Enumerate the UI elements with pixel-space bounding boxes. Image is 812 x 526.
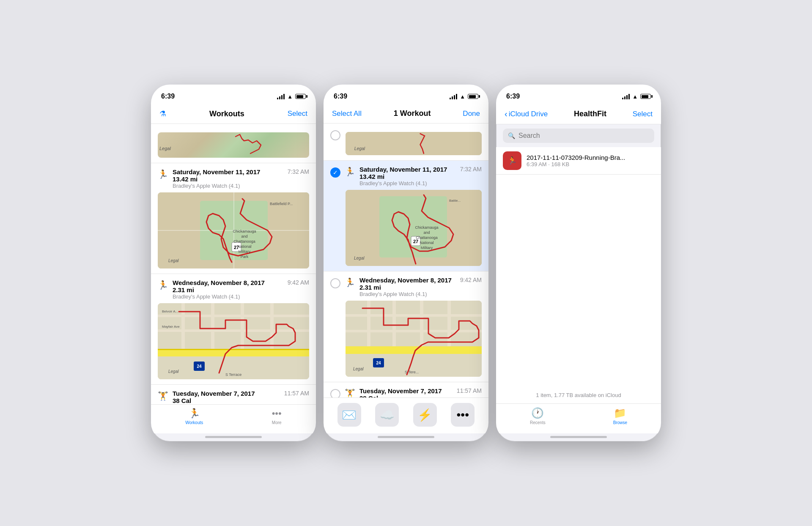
workout-item-3-2[interactable]: 🏋 Tuesday, November 7, 2017 38 Cal 11:57… <box>324 382 488 397</box>
file-meta-1: 6:39 AM · 168 KB <box>527 161 625 167</box>
done-button[interactable]: Done <box>463 110 480 118</box>
tab-browse[interactable]: 📁 Browse <box>613 407 627 425</box>
browse-tab-label: Browse <box>613 420 627 425</box>
file-info-1: 2017-11-11-073209-Running-Bra... 6:39 AM… <box>527 154 625 167</box>
status-icons-2: ▲ <box>450 93 478 100</box>
workout-info-2-2: Wednesday, November 8, 2017 2.31 mi Brad… <box>359 277 452 297</box>
workout-item-1[interactable]: 🏃 Saturday, November 11, 2017 13.42 mi B… <box>151 163 316 274</box>
svg-text:S Tere...: S Tere... <box>405 370 419 374</box>
svg-text:Belvoir A...: Belvoir A... <box>162 310 178 313</box>
workout-distance-1: 13.42 mi <box>173 175 260 183</box>
workout-item-1-selected[interactable]: ✓ 🏃 Saturday, November 11, 2017 13.42 mi… <box>324 161 488 271</box>
workout-distance-3-2: 38 Cal <box>359 394 442 397</box>
file-icon-1: 🏃 <box>503 151 521 170</box>
search-bar[interactable]: 🔍 <box>503 129 654 143</box>
selection-circle-2[interactable] <box>330 278 340 288</box>
workout-info-3: Tuesday, November 7, 2017 38 Cal <box>173 390 255 404</box>
workout-source-2-2: Bradley's Apple Watch (4.1) <box>359 291 452 297</box>
svg-text:Battlefield P...: Battlefield P... <box>270 202 293 206</box>
svg-text:Military: Military <box>421 246 433 250</box>
svg-text:Legal: Legal <box>168 369 179 374</box>
tab-workouts-1[interactable]: 🏃 Workouts <box>185 408 203 425</box>
search-input[interactable] <box>518 132 649 140</box>
selection-circle-partial[interactable] <box>330 130 340 140</box>
signal-icon-2 <box>450 94 457 99</box>
svg-text:Mayfair Ave: Mayfair Ave <box>162 325 180 329</box>
gym-icon-2: 🏋 <box>345 388 355 397</box>
workout-item-2-2[interactable]: 🏃 Wednesday, November 8, 2017 2.31 mi Br… <box>324 271 488 382</box>
workout-distance-2-2: 2.31 mi <box>359 284 452 291</box>
workout-map-2-2: 24 Legal S Tere... <box>346 301 482 377</box>
workout-item-3[interactable]: 🏋 Tuesday, November 7, 2017 38 Cal 11:57… <box>151 385 316 404</box>
battery-icon-1 <box>295 94 306 99</box>
selection-circle-3[interactable] <box>330 389 340 397</box>
svg-text:Chattanooga: Chattanooga <box>233 239 255 244</box>
chevron-left-icon: ‹ <box>505 109 508 119</box>
workout-source-1: Bradley's Apple Watch (4.1) <box>173 183 260 189</box>
svg-text:Legal: Legal <box>353 367 364 371</box>
search-icon: 🔍 <box>508 132 515 139</box>
workout-time-2-1: 7:32 AM <box>460 166 482 173</box>
workout-distance-3: 38 Cal <box>173 397 255 404</box>
recents-tab-icon: 🕐 <box>531 407 544 419</box>
more-share-icon[interactable]: ••• <box>451 403 475 427</box>
status-icons-3: ▲ <box>622 93 651 100</box>
workout-date-3-2: Tuesday, November 7, 2017 <box>359 387 442 394</box>
svg-text:Chickamauga: Chickamauga <box>233 229 256 233</box>
workout-item-partial[interactable]: Legal <box>151 124 316 163</box>
select-all-button[interactable]: Select All <box>332 110 362 118</box>
svg-text:Legal: Legal <box>354 256 365 260</box>
workout-distance-2: 2.31 mi <box>173 286 265 293</box>
back-label[interactable]: iCloud Drive <box>509 110 548 118</box>
workout-time-2-2: 9:42 AM <box>460 277 482 283</box>
icloud-share-icon[interactable]: ☁️ <box>375 403 399 427</box>
svg-text:National: National <box>237 244 251 249</box>
svg-text:Legal: Legal <box>354 146 365 151</box>
phone-3-icloud: 6:39 ▲ ‹ iCloud Drive HealthFit <box>496 85 661 441</box>
workout-source-2-1: Bradley's Apple Watch (4.1) <box>359 180 447 186</box>
tab-more-1[interactable]: ••• More <box>272 408 282 425</box>
workout-date-2-1: Saturday, November 11, 2017 <box>359 166 447 173</box>
running-icon-2-2: 🏃 <box>345 277 355 288</box>
workout-time-2: 9:42 AM <box>288 279 309 286</box>
select-button-1[interactable]: Select <box>288 110 307 118</box>
back-button[interactable]: ‹ iCloud Drive <box>505 109 548 119</box>
home-indicator-3 <box>550 436 607 438</box>
status-time-2: 6:39 <box>334 93 347 100</box>
nav-bar-1: ⚗ Workouts Select <box>151 106 316 124</box>
workout-item-partial-2[interactable]: Legal <box>324 123 488 161</box>
phone-1-workouts: 6:39 ▲ ⚗ Workouts Select <box>151 85 316 441</box>
workouts-scroll-2[interactable]: Legal ✓ 🏃 Saturday, November 11, 2017 13… <box>324 123 488 397</box>
tab-bar-1: 🏃 Workouts ••• More <box>151 404 316 433</box>
phone-2-select: 6:39 ▲ Select All 1 Workout Done <box>324 85 488 441</box>
svg-text:Legal: Legal <box>168 258 179 263</box>
partial-map-2: Legal <box>346 132 482 155</box>
mail-share-icon[interactable]: ✉️ <box>337 403 361 427</box>
filter-icon[interactable]: ⚗ <box>159 109 166 118</box>
running-icon-2-1: 🏃 <box>345 167 355 177</box>
svg-text:Park: Park <box>241 255 249 259</box>
workout-source-2: Bradley's Apple Watch (4.1) <box>173 293 265 300</box>
workouts-scroll-1[interactable]: Legal 🏃 Saturday, November 11, 2017 13.4… <box>151 124 316 404</box>
workout-date-2: Wednesday, November 8, 2017 <box>173 279 265 286</box>
running-icon-2: 🏃 <box>158 280 168 290</box>
workout-info-2-1: Saturday, November 11, 2017 13.42 mi Bra… <box>359 166 447 186</box>
signal-icon-3 <box>622 94 630 99</box>
workout-map-2: 24 Legal S Terrace Mayfair Ave Belvoir A… <box>158 303 309 379</box>
select-button-3[interactable]: Select <box>633 110 653 118</box>
tab-recents[interactable]: 🕐 Recents <box>530 407 546 425</box>
workout-time-3-2: 11:57 AM <box>457 387 482 394</box>
svg-rect-17 <box>158 349 309 350</box>
battery-icon-2 <box>468 94 478 99</box>
status-icons-1: ▲ <box>277 93 306 100</box>
strava-share-icon[interactable]: ⚡ <box>413 403 437 427</box>
svg-text:National: National <box>420 241 433 245</box>
workout-item-2[interactable]: 🏃 Wednesday, November 8, 2017 2.31 mi Br… <box>151 274 316 385</box>
workouts-tab-icon: 🏃 <box>189 408 200 419</box>
selection-checked-1[interactable]: ✓ <box>330 167 340 178</box>
tab-workouts-label: Workouts <box>185 420 203 425</box>
nav-bar-2: Select All 1 Workout Done <box>324 106 488 123</box>
status-bar-3: 6:39 ▲ <box>496 85 661 106</box>
file-item-1[interactable]: 🏃 2017-11-11-073209-Running-Bra... 6:39 … <box>496 147 661 175</box>
signal-icon-1 <box>277 94 285 99</box>
